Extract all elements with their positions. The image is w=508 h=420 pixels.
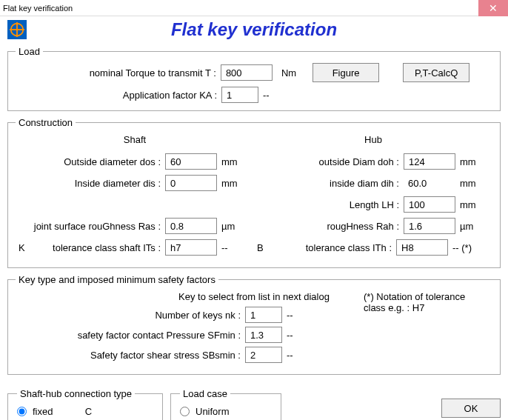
shaft-id-label: Inside diameter dis :	[19, 178, 165, 189]
close-button[interactable]: ✕	[478, 0, 508, 16]
load-group: Load nominal Torque to transmit T : Nm F…	[7, 46, 501, 111]
keytype-legend: Key type and imposed minimum safety fact…	[16, 274, 218, 285]
titlebar: Flat key verification ✕	[0, 0, 508, 16]
nk-unit: --	[287, 310, 293, 321]
shaft-rough-label: joint surface rouGhness Ras :	[19, 221, 165, 232]
figure-button[interactable]: Figure	[313, 63, 379, 82]
hub-tol-prefix: B	[257, 242, 269, 253]
keytype-group: Key type and imposed minimum safety fact…	[7, 274, 501, 375]
shaft-tol-label: tolerance class shaft ITs :	[30, 242, 165, 253]
conntype-legend: Shaft-hub connection type	[17, 388, 135, 399]
shaft-id-unit: mm	[221, 178, 251, 189]
hub-rough-input[interactable]	[404, 218, 455, 234]
shaft-od-label: Outside diameter dos :	[19, 156, 165, 167]
appfactor-input[interactable]	[221, 87, 258, 103]
hub-header: Hub	[257, 134, 489, 145]
shaft-tol-prefix: K	[19, 242, 30, 253]
hub-tol-input[interactable]	[396, 239, 448, 256]
conntype-fixed-label: fixed C	[33, 406, 92, 417]
loadcase-legend: Load case	[180, 388, 230, 399]
notation-note: (*) Notation of tolerance class e.g. : H…	[364, 291, 489, 313]
shaft-rough-unit: µm	[221, 221, 251, 232]
construction-legend: Construction	[16, 117, 76, 128]
loadcase-uniform-radio[interactable]	[180, 407, 190, 416]
torque-unit: Nm	[281, 67, 296, 79]
hub-rough-unit: µm	[460, 221, 489, 232]
ptcalc-button[interactable]: P,T-CalcQ	[403, 63, 469, 82]
shaft-header: Shaft	[19, 134, 251, 145]
loadcase-group: Load case Uniform Repeated reVersed	[170, 388, 281, 420]
shaft-od-input[interactable]	[165, 153, 217, 170]
hub-od-input[interactable]	[404, 153, 455, 170]
shaft-tol-unit: --	[221, 242, 251, 253]
appfactor-unit: --	[263, 90, 270, 101]
sfmin-unit: --	[287, 330, 293, 341]
ok-button[interactable]: OK	[441, 399, 501, 418]
hub-len-input[interactable]	[404, 196, 455, 213]
hub-tol-unit: -- (*)	[452, 242, 489, 253]
hub-id-value: 60.0	[404, 178, 455, 189]
hub-od-label: outside Diam doh :	[257, 156, 404, 167]
hub-tol-label: tolerance class ITh :	[269, 242, 396, 253]
app-logo	[7, 20, 27, 39]
window-title: Flat key verification	[3, 4, 478, 13]
conntype-group: Shaft-hub connection type fixed C slidab…	[7, 388, 163, 420]
sfmin-input[interactable]	[245, 327, 282, 343]
nk-input[interactable]	[245, 307, 282, 323]
loadcase-uniform-label: Uniform	[195, 406, 230, 417]
close-icon: ✕	[489, 2, 498, 14]
crosshair-icon	[9, 21, 25, 38]
torque-label: nominal Torque to transmit T :	[39, 67, 216, 79]
sbsmin-unit: --	[287, 350, 293, 361]
construction-group: Construction Shaft Outside diameter dos …	[7, 117, 501, 268]
nk-label: Number of keys nk :	[16, 310, 245, 321]
hub-id-unit: mm	[460, 178, 489, 189]
appfactor-label: Application factor KA :	[16, 90, 217, 101]
page-title: Flat key verification	[34, 19, 474, 40]
hub-len-label: Length LH :	[257, 199, 404, 210]
hub-rough-label: rougHness Rah :	[257, 221, 404, 232]
conntype-fixed-radio[interactable]	[17, 407, 27, 416]
sbsmin-label: Safety factor shear stress SBsmin :	[16, 350, 245, 361]
dialog-content: Flat key verification Load nominal Torqu…	[0, 16, 508, 420]
shaft-rough-input[interactable]	[165, 218, 217, 234]
sfmin-label: safety factor contact Pressure SFmin :	[16, 330, 245, 341]
hub-od-unit: mm	[460, 156, 489, 167]
hub-id-label: inside diam dih :	[257, 178, 404, 189]
hub-len-unit: mm	[460, 199, 489, 210]
sbsmin-input[interactable]	[245, 347, 282, 363]
torque-input[interactable]	[221, 64, 273, 81]
shaft-id-input[interactable]	[165, 175, 217, 191]
load-legend: Load	[16, 46, 43, 57]
shaft-od-unit: mm	[221, 156, 251, 167]
shaft-tol-input[interactable]	[165, 239, 217, 256]
